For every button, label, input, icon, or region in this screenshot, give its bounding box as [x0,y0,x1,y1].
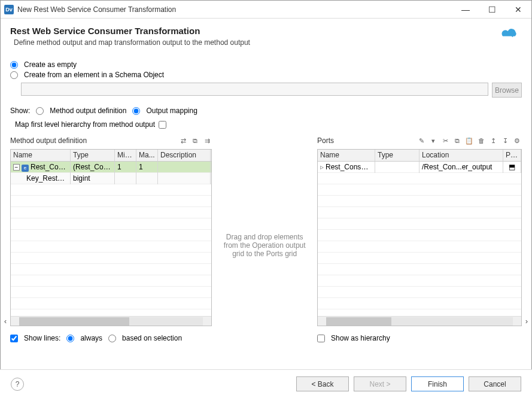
expand-icon[interactable]: ▹ [320,163,324,171]
window-title: New Rest Web Service Consumer Transforma… [17,5,452,14]
show-hierarchy-checkbox[interactable] [317,335,325,342]
left-toolbar: ⇄ ⧉ ⇉ [178,136,212,145]
close-button[interactable]: ✕ [505,1,531,18]
right-pane-title: Ports [317,136,334,145]
col-type[interactable]: Type [71,150,115,161]
col-min[interactable]: Min... [115,150,136,161]
col-pre[interactable]: Pre... [503,150,521,161]
element-icon: e [22,165,29,172]
drop-hint: Drag and drop elements from the Operatio… [218,135,311,344]
map-first-checkbox[interactable] [159,121,166,129]
titlebar: Dv New Rest Web Service Consumer Transfo… [1,1,531,19]
create-schema-row[interactable]: Create from an element in a Schema Objec… [10,71,522,79]
based-selection-radio[interactable] [108,335,116,342]
always-radio[interactable] [66,335,74,342]
col-name[interactable]: Name [11,150,71,161]
table-row[interactable]: ▹Rest_Consumer_output /Rest_Con...er_out… [318,162,521,173]
col-name[interactable]: Name [318,150,375,161]
show-map-radio[interactable] [132,107,140,115]
options-icon[interactable]: ⚙ [512,136,522,145]
dropdown-icon[interactable]: ▾ [428,136,438,145]
show-def-option[interactable]: Method output definition [36,107,126,115]
maximize-button[interactable]: ☐ [479,1,505,18]
move-up-icon[interactable]: ↥ [488,136,498,145]
browse-button: Browse [492,83,522,98]
show-map-option[interactable]: Output mapping [132,107,197,115]
create-schema-label: Create from an element in a Schema Objec… [24,71,164,79]
col-max[interactable]: Ma... [136,150,158,161]
copy-icon[interactable]: ⧉ [452,136,462,145]
page-subtitle: Define method output and map transformat… [10,38,522,47]
minimize-button[interactable]: — [452,1,479,18]
create-empty-radio[interactable] [10,61,18,69]
copy-icon[interactable]: ⧉ [190,136,200,145]
page-title: Rest Web Service Consumer Transformation [10,26,522,36]
create-empty-row[interactable]: Create as empty [10,60,522,69]
cloud-icon [500,27,521,41]
h-scrollbar[interactable]: ‹› [11,316,211,326]
move-down-icon[interactable]: ↧ [500,136,510,145]
collapse-icon[interactable]: − [13,164,20,171]
create-schema-radio[interactable] [10,71,18,79]
finish-button[interactable]: Finish [411,376,464,391]
show-label: Show: [10,107,30,115]
cut-icon[interactable]: ✂ [440,136,450,145]
col-location[interactable]: Location [419,150,503,161]
table-row[interactable]: −eRest_Cons... (Rest_Cons... 1 1 [11,162,211,173]
show-lines-checkbox[interactable] [10,335,18,342]
h-scrollbar[interactable]: ‹› [318,316,521,326]
app-icon: Dv [4,5,14,14]
wizard-footer: ? < Back Next > Finish Cancel [0,369,532,398]
method-output-grid[interactable]: Name Type Min... Ma... Description −eRes… [10,149,212,326]
back-button[interactable]: < Back [296,376,349,391]
link-icon[interactable]: ⬒ [509,163,515,171]
next-button: Next > [354,376,406,391]
map-first-label: Map first level hierarchy from method ou… [15,120,155,129]
cancel-button[interactable]: Cancel [469,376,521,391]
ports-grid[interactable]: Name Type Location Pre... ▹Rest_Consumer… [317,149,522,326]
wizard-header: Rest Web Service Consumer Transformation… [1,19,531,53]
paste-icon[interactable]: 📋 [464,136,474,145]
delete-icon[interactable]: 🗑 [476,136,486,145]
show-def-radio[interactable] [36,107,44,115]
map-element-icon[interactable]: ⇄ [178,136,188,145]
new-icon[interactable]: ✎ [417,136,426,145]
map-all-icon[interactable]: ⇉ [202,136,212,145]
schema-path-input [21,83,488,96]
left-pane-title: Method output definition [10,136,87,145]
col-desc[interactable]: Description [158,150,211,161]
table-row[interactable]: Key_Rest_C... bigint [11,173,211,184]
col-type[interactable]: Type [375,150,419,161]
right-toolbar: ✎ ▾ ✂ ⧉ 📋 🗑 ↥ ↧ ⚙ [417,136,522,145]
help-icon[interactable]: ? [11,378,24,391]
create-empty-label: Create as empty [24,60,77,69]
